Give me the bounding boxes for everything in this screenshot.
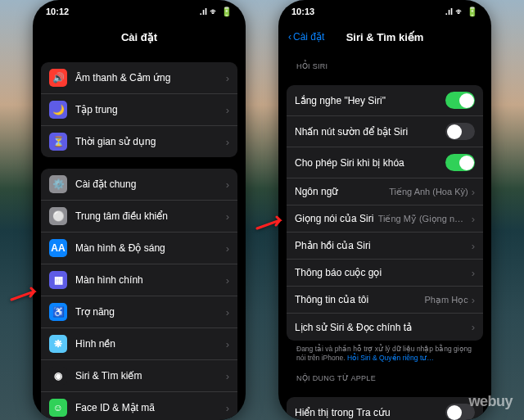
row-label: Ngôn ngữ (295, 186, 389, 197)
row-icon: AA (49, 239, 67, 257)
footer-link[interactable]: Hỏi Siri & Quyền riêng tư… (347, 354, 434, 362)
row-label: Hiển thị trong Tra cứu (295, 407, 445, 418)
row-label: Trung tâm điều khiển (75, 210, 226, 222)
settings-row[interactable]: Ngôn ngữTiếng Anh (Hoa Kỳ)› (287, 178, 483, 205)
row-label: Thông báo cuộc gọi (295, 267, 472, 278)
row-label: Cài đặt chung (75, 178, 226, 190)
settings-row[interactable]: ◉Siri & Tìm kiếm› (41, 360, 237, 392)
row-value: Tiếng Mỹ (Giọng nó… (378, 214, 468, 224)
status-bar: 10:13 .ıl ᯤ 🔋 (278, 0, 491, 23)
row-value: Tiếng Anh (Hoa Kỳ) (389, 187, 468, 197)
row-value: Phạm Học (425, 295, 468, 305)
chevron-right-icon: › (472, 267, 475, 279)
row-icon: ⚪ (49, 207, 67, 225)
chevron-right-icon: › (226, 338, 229, 350)
chevron-right-icon: › (226, 274, 229, 287)
row-icon: ◉ (49, 367, 67, 385)
section-header: NỘI DUNG TỪ APPLE (287, 363, 483, 386)
status-bar: 10:12 .ıl ᯤ 🔋 (33, 0, 246, 23)
toggle-switch[interactable] (445, 92, 475, 109)
status-time: 10:12 (46, 7, 69, 16)
row-label: Phản hồi của Siri (295, 240, 472, 251)
chevron-right-icon: › (226, 210, 229, 223)
phone-right: 10:13 .ıl ᯤ 🔋 ‹ Cài đặt Siri & Tìm kiếm … (278, 0, 491, 420)
settings-row[interactable]: ⚪Trung tâm điều khiển› (41, 201, 237, 233)
nav-bar: Cài đặt (33, 23, 246, 51)
chevron-right-icon: › (472, 294, 475, 306)
chevron-right-icon: › (226, 306, 229, 318)
row-label: Thông tin của tôi (295, 294, 425, 305)
signal-icon: .ıl (445, 7, 453, 16)
settings-row[interactable]: Hiển thị trong Tra cứu (287, 397, 483, 420)
chevron-right-icon: › (226, 72, 229, 84)
settings-row[interactable]: Thông tin của tôiPhạm Học› (287, 287, 483, 314)
settings-list[interactable]: 🔊Âm thanh & Cảm ứng›🌙Tập trung›⏳Thời gia… (33, 51, 246, 420)
row-label: Cho phép Siri khi bị khóa (295, 157, 445, 169)
settings-row[interactable]: ⏳Thời gian sử dụng› (41, 126, 237, 157)
settings-row[interactable]: Thông báo cuộc gọi› (287, 260, 483, 287)
settings-section: 🔊Âm thanh & Cảm ứng›🌙Tập trung›⏳Thời gia… (41, 62, 237, 157)
settings-row[interactable]: Lắng nghe "Hey Siri" (287, 85, 483, 116)
chevron-right-icon: › (472, 186, 475, 198)
settings-row[interactable]: Phản hồi của Siri› (287, 233, 483, 260)
settings-row[interactable]: ♿Trợ năng› (41, 296, 237, 328)
row-icon: 🌙 (49, 101, 67, 119)
settings-row[interactable]: 🌙Tập trung› (41, 94, 237, 126)
settings-row[interactable]: Cho phép Siri khi bị khóa (287, 147, 483, 178)
chevron-right-icon: › (472, 213, 475, 225)
row-label: Thời gian sử dụng (75, 136, 226, 147)
status-indicators: .ıl ᯤ 🔋 (200, 7, 233, 17)
settings-row[interactable]: Lịch sử Siri & Đọc chính tả› (287, 314, 483, 341)
row-icon: ⏳ (49, 133, 67, 151)
back-button[interactable]: ‹ Cài đặt (288, 31, 324, 43)
chevron-right-icon: › (472, 321, 475, 333)
row-icon: ▦ (49, 271, 67, 289)
wifi-icon: ᯤ (455, 7, 464, 16)
toggle-switch[interactable] (445, 123, 475, 140)
page-title: Cài đặt (121, 31, 157, 43)
chevron-right-icon: › (226, 136, 229, 148)
row-label: Màn hình & Độ sáng (75, 242, 226, 254)
siri-settings-list[interactable]: HỎI SIRILắng nghe "Hey Siri"Nhấn nút sườ… (278, 51, 491, 420)
annotation-arrow (255, 215, 288, 237)
section-header: HỎI SIRI (287, 51, 483, 74)
status-indicators: .ıl ᯤ 🔋 (445, 7, 478, 17)
row-label: Siri & Tìm kiếm (75, 370, 226, 382)
row-label: Âm thanh & Cảm ứng (75, 72, 226, 84)
section-footer: Đang tải và phần hỗ trợ xử lý dữ liệu nh… (287, 341, 483, 363)
settings-row[interactable]: Giọng nói của SiriTiếng Mỹ (Giọng nó…› (287, 205, 483, 233)
row-label: Giọng nói của Siri (295, 213, 378, 224)
chevron-right-icon: › (226, 242, 229, 255)
status-time: 10:13 (291, 7, 314, 16)
row-icon: ☺ (49, 399, 67, 417)
row-label: Tập trung (75, 104, 226, 115)
annotation-arrow (10, 287, 43, 308)
row-label: Nhấn nút sườn để bật Siri (295, 126, 445, 138)
row-label: Màn hình chính (75, 274, 226, 286)
chevron-right-icon: › (226, 370, 229, 382)
chevron-right-icon: › (472, 240, 475, 252)
settings-row[interactable]: 🔊Âm thanh & Cảm ứng› (41, 62, 237, 94)
settings-row[interactable]: AAMàn hình & Độ sáng› (41, 233, 237, 264)
row-label: Lắng nghe "Hey Siri" (295, 95, 445, 106)
row-label: Face ID & Mật mã (75, 402, 226, 413)
chevron-right-icon: › (226, 178, 229, 191)
settings-row[interactable]: ❋Hình nền› (41, 328, 237, 360)
row-label: Lịch sử Siri & Đọc chính tả (295, 322, 472, 333)
wifi-icon: ᯤ (210, 7, 219, 16)
settings-section: ⚙️Cài đặt chung›⚪Trung tâm điều khiển›AA… (41, 169, 237, 420)
chevron-right-icon: › (226, 104, 229, 116)
row-icon: ♿ (49, 303, 67, 321)
toggle-switch[interactable] (445, 154, 475, 171)
settings-row[interactable]: ⚙️Cài đặt chung› (41, 169, 237, 201)
row-label: Hình nền (75, 338, 226, 350)
settings-row[interactable]: ▦Màn hình chính› (41, 264, 237, 296)
row-icon: ❋ (49, 335, 67, 353)
nav-bar: ‹ Cài đặt Siri & Tìm kiếm (278, 23, 491, 51)
signal-icon: .ıl (200, 7, 207, 16)
battery-icon: 🔋 (467, 7, 478, 17)
page-title: Siri & Tìm kiếm (346, 31, 424, 43)
settings-row[interactable]: ☺Face ID & Mật mã› (41, 392, 237, 420)
settings-row[interactable]: Nhấn nút sườn để bật Siri (287, 116, 483, 147)
phone-left: 10:12 .ıl ᯤ 🔋 Cài đặt 🔊Âm thanh & Cảm ứn… (33, 0, 246, 420)
